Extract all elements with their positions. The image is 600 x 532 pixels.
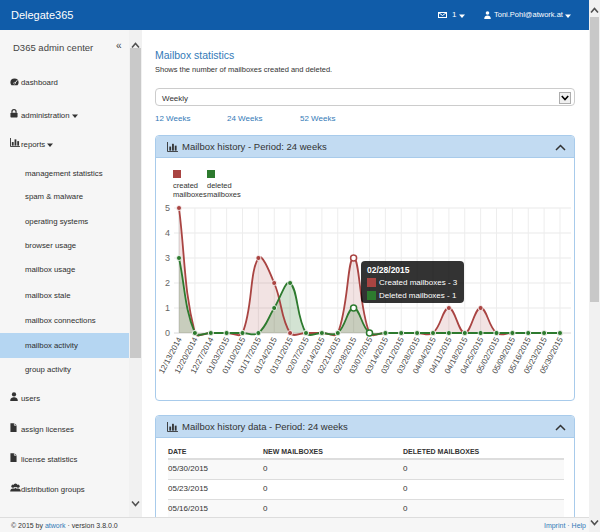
svg-text:2: 2 bbox=[165, 278, 170, 288]
svg-text:3: 3 bbox=[165, 253, 170, 263]
svg-text:1: 1 bbox=[165, 303, 170, 313]
svg-text:0: 0 bbox=[165, 328, 170, 338]
svg-text:4: 4 bbox=[165, 228, 170, 238]
svg-text:5: 5 bbox=[165, 203, 170, 213]
